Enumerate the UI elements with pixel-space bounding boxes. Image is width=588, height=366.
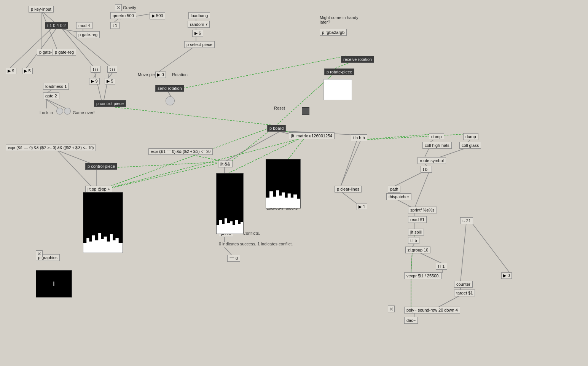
num-500-node[interactable]: ▶ 500 [150,12,165,19]
dump1-node[interactable]: dump [429,133,444,140]
num0-bottom-node[interactable]: ▶ 0 [501,272,512,279]
p-select-piece-node[interactable]: p select-piece [184,41,215,48]
svg-line-61 [171,56,346,91]
svg-line-54 [341,191,358,204]
num5-1-node[interactable]: ▶ 5 [22,68,33,74]
p-graphics-display: l [36,270,72,298]
svg-line-37 [415,171,429,207]
rotation-label: Rotation [172,72,188,77]
t21-node[interactable]: t- 21 [460,217,473,224]
svg-line-0 [42,11,55,23]
mod4-node[interactable]: mod 4 [76,22,92,29]
svg-line-28 [57,150,91,164]
dump2-node[interactable]: dump [463,133,478,140]
dac-node[interactable]: dac~ [404,317,418,324]
tlb-node[interactable]: t l b [408,237,419,244]
bang-reset[interactable] [302,107,309,115]
svg-line-14 [44,98,66,108]
t1-node[interactable]: t 1 [110,22,120,29]
svg-line-44 [411,252,412,273]
might-handy-text: Might come in handylater? [320,15,359,24]
p-rotate-piece-node[interactable]: p rotate-piece [324,68,354,75]
sprintf-node[interactable]: sprintf %s%s [408,207,437,213]
p-control-piece-2-node[interactable]: p control-piece [85,163,117,170]
svg-line-19 [158,47,194,72]
eq0-node[interactable]: == 0 [227,255,240,262]
black-display-2 [216,173,244,234]
expr1-node[interactable]: expr ($i1 == 0) && ($i2 >= 0) && (($i2 +… [6,145,96,151]
jit-spill-node[interactable]: jit.spill [408,229,424,236]
poly-sound-node[interactable]: poly~ sound-row 20 down 4 [404,307,460,313]
tbbb-node[interactable]: t b b b [351,134,367,141]
p-clear-lines-node[interactable]: p clear-lines [335,186,362,193]
tl1-node[interactable]: t l 1 [436,263,447,270]
loadbang-node[interactable]: loadbang [188,12,210,19]
p-rgba2argb-node[interactable]: p rgba2argb [320,29,347,36]
svg-line-13 [44,98,59,108]
cross3-icon[interactable]: ✕ [36,250,43,257]
svg-line-57 [225,130,282,162]
target-s1-node[interactable]: target $1 [454,290,475,296]
tii2-node[interactable]: t i i [107,66,117,73]
svg-line-2 [42,11,57,49]
vexpr-node[interactable]: vexpr $i1 / 25500. [404,272,442,279]
route-symbol-node[interactable]: route symbol [417,157,446,164]
svg-line-62 [103,106,276,126]
send-rotation-node[interactable]: send rotation [155,85,184,92]
qmetro-node[interactable]: qmetro 500 [110,12,136,19]
svg-line-33 [424,148,429,158]
svg-line-73 [362,134,467,140]
city-silhouette-2 [217,215,243,234]
svg-line-48 [461,223,466,282]
gravity-label: Gravity [123,5,136,10]
p-board-node[interactable]: p board [267,125,286,132]
gate2-node[interactable]: gate 2 [43,92,59,99]
tii1-node[interactable]: t i i [91,66,100,73]
svg-line-75 [411,252,412,273]
jit-matrix-node[interactable]: jit_matrix u126001254 [289,132,335,139]
svg-line-34 [438,148,467,158]
loadmess-node[interactable]: loadmess 1 [43,83,69,90]
coll-glass-node[interactable]: coll glass [459,142,481,149]
cross2-icon[interactable]: ✕ [388,306,395,312]
svg-line-72 [358,134,435,140]
thispatcher-node[interactable]: thispatcher [386,193,411,200]
t10402-node[interactable]: t 1 0 4 0 2 [45,22,68,29]
expr2-node[interactable]: expr ($i1 == 0) && ($i2 + $i3) <= 20 [148,148,213,155]
receive-rotation-node[interactable]: receive rotation [341,56,374,63]
jit-and-node[interactable]: jit.&& [218,161,233,167]
bang-send[interactable] [166,96,175,105]
p-gate-reg-3-node[interactable]: p gate-reg [76,31,100,38]
black-display-3 [266,159,301,208]
random7-node[interactable]: random 7 [188,21,210,28]
num0-node[interactable]: ▶ 0 [155,72,166,78]
path-node[interactable]: path [388,186,400,193]
num9-1-node[interactable]: ▶ 9 [6,68,16,74]
svg-line-36 [394,171,424,186]
num6-node[interactable]: ▶ 6 [192,30,203,37]
toggle-2[interactable] [64,108,71,115]
city-silhouette-1 [83,228,123,253]
tbl-node[interactable]: t b l [421,166,432,173]
p-control-piece-1-node[interactable]: p control-piece [94,100,126,107]
zero-indicates-label: 0 indicates success, 1 indicates conflic… [219,242,293,246]
p-key-input-node[interactable]: p key-input [29,6,54,13]
svg-line-45 [419,252,443,264]
counter-node[interactable]: counter [454,281,473,288]
p-gate-reg-2-node[interactable]: p gate-reg [53,49,76,56]
jit-op-node[interactable]: jit.op @op + [85,186,112,193]
num5-2-node[interactable]: ▶ 5 [105,78,115,84]
num9-2-node[interactable]: ▶ 9 [89,78,100,84]
gravity-cross-icon[interactable]: ✕ [115,4,122,11]
reset-label: Reset [274,106,285,110]
coll-high-hats-node[interactable]: coll high-hats [422,142,452,149]
num1-node[interactable]: ▶ 1 [357,204,367,210]
toggle-1[interactable] [56,108,63,115]
read-s1-node[interactable]: read $1 [408,216,427,223]
svg-line-51 [438,295,461,307]
white-display-rect [323,79,352,100]
zl-group-node[interactable]: zl.group 10 [405,247,430,253]
black-display-1 [83,192,123,253]
svg-line-64 [96,126,276,191]
conflicts-label: Conflicts. [243,231,260,236]
